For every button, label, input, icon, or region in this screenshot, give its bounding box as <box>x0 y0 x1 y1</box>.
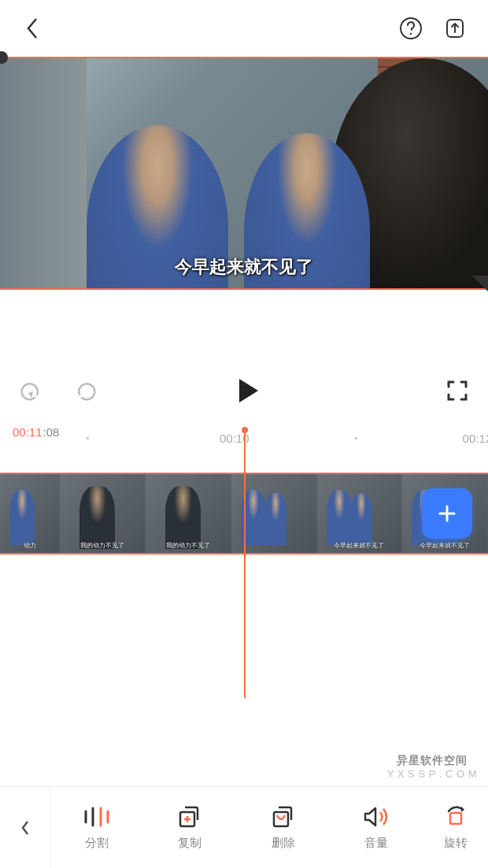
undo-button[interactable] <box>19 379 43 406</box>
tool-label: 复制 <box>178 836 201 851</box>
play-icon <box>236 377 260 404</box>
video-preview-wrap: 今早起来就不见了 <box>0 57 488 290</box>
export-button[interactable] <box>441 14 469 43</box>
header-right <box>397 14 469 43</box>
tool-copy[interactable]: 复制 <box>143 787 236 868</box>
rotate-icon <box>444 804 468 829</box>
add-clip-button[interactable] <box>422 488 472 539</box>
volume-icon <box>363 804 390 829</box>
bottom-toolbar: 分割 复制 删除 音量 旋转 <box>0 786 488 868</box>
help-button[interactable] <box>397 14 425 43</box>
plus-icon <box>435 502 459 525</box>
split-icon <box>83 804 110 829</box>
timeline-thumb[interactable]: 动力 <box>0 474 60 553</box>
video-preview[interactable]: 今早起来就不见了 <box>0 57 488 290</box>
watermark-en: Y X S S P . C O M <box>387 768 477 780</box>
toolbar-items: 分割 复制 删除 音量 旋转 <box>50 787 488 868</box>
timeline-thumb[interactable]: 今早起来就不见了 <box>317 474 403 553</box>
tool-rotate[interactable]: 旋转 <box>423 787 488 868</box>
tool-delete[interactable]: 删除 <box>237 787 330 868</box>
tool-label: 音量 <box>364 836 388 851</box>
tool-split[interactable]: 分割 <box>50 787 143 868</box>
timeline-thumb[interactable]: 我的动力不见了 <box>60 474 146 553</box>
watermark: 异星软件空间 Y X S S P . C O M <box>387 754 477 780</box>
tool-label: 旋转 <box>444 836 468 851</box>
chevron-left-icon <box>20 819 31 836</box>
timeline-thumb[interactable]: 我的动力不见了 <box>146 474 231 553</box>
playhead[interactable] <box>244 430 246 698</box>
chevron-left-icon <box>25 16 41 41</box>
watermark-cn: 异星软件空间 <box>387 754 477 768</box>
play-button[interactable] <box>236 377 260 407</box>
timeline-wrap: 动力 我的动力不见了 我的动力不见了 今早起来就不见了 今早起来就不见了 <box>0 473 488 555</box>
fullscreen-icon <box>445 379 469 402</box>
toolbar-back-button[interactable] <box>0 787 50 868</box>
tool-label: 分割 <box>85 836 109 851</box>
playback-controls <box>0 369 488 416</box>
undo-icon <box>19 379 43 402</box>
tool-volume[interactable]: 音量 <box>330 787 423 868</box>
fullscreen-button[interactable] <box>445 379 469 406</box>
header <box>0 0 488 57</box>
tool-label: 删除 <box>272 836 295 851</box>
time-mark: 00:12 <box>463 432 488 445</box>
video-subtitle: 今早起来就不见了 <box>175 255 313 279</box>
help-icon <box>399 17 423 40</box>
export-icon <box>443 17 467 40</box>
crop-handle-bottom-right[interactable] <box>472 276 488 293</box>
svg-point-1 <box>410 33 412 35</box>
header-left <box>19 14 47 43</box>
copy-icon <box>177 804 202 829</box>
svg-rect-5 <box>450 813 461 824</box>
back-button[interactable] <box>19 14 47 43</box>
delete-icon <box>271 804 296 829</box>
